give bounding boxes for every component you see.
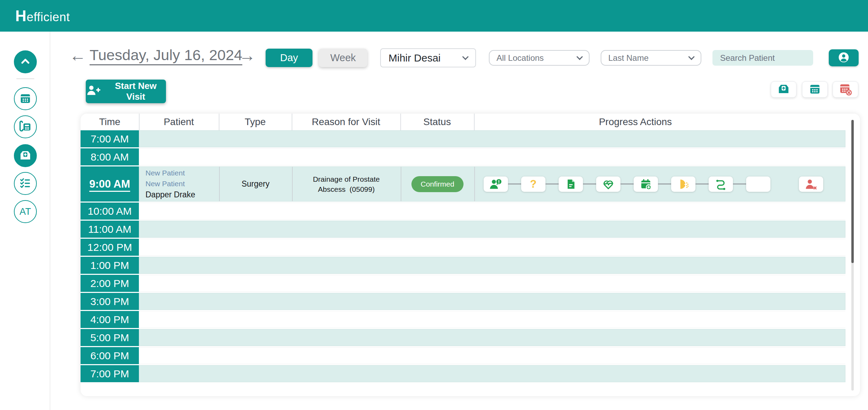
schedule-slot[interactable] xyxy=(139,311,845,328)
empty-action-box[interactable] xyxy=(746,177,770,192)
progress-connector xyxy=(620,183,634,184)
progress-connector xyxy=(508,183,521,184)
schedule-row: 6:00 PM xyxy=(81,347,860,365)
chevron-down-icon xyxy=(576,54,583,60)
app-header: H efficient xyxy=(0,0,868,32)
schedule-slot[interactable] xyxy=(139,365,845,382)
schedule-slot[interactable] xyxy=(139,293,845,310)
current-date[interactable]: Tuesday, July 16, 2024 xyxy=(90,47,242,64)
provider-select-value: Mihir Desai xyxy=(389,52,441,64)
question-button[interactable]: ? xyxy=(521,177,545,192)
question-icon: ? xyxy=(530,179,537,189)
logo-h: H xyxy=(15,7,26,25)
location-filter-value: All Locations xyxy=(496,53,544,63)
next-day-button[interactable]: → xyxy=(239,47,256,64)
account-button[interactable] xyxy=(829,49,859,66)
status-badge[interactable]: Confirmed xyxy=(411,176,464,192)
cell-divider xyxy=(292,167,293,201)
schedule-slot[interactable] xyxy=(139,148,845,165)
sort-filter-select[interactable]: Last Name xyxy=(601,50,701,66)
patient-alert-button[interactable] xyxy=(484,177,508,192)
time-label: 12:00 PM xyxy=(81,239,139,256)
time-label: 1:00 PM xyxy=(81,257,139,274)
fax-icon xyxy=(19,120,32,134)
chevron-up-icon xyxy=(19,55,32,69)
sidebar-item-profile[interactable]: AT xyxy=(14,200,37,223)
time-label: 3:00 PM xyxy=(81,293,139,310)
cell-divider xyxy=(219,167,220,201)
avatar-initials: AT xyxy=(19,206,31,217)
user-icon xyxy=(837,50,851,65)
header-divider xyxy=(400,114,401,130)
prev-day-button[interactable]: ← xyxy=(69,47,86,64)
speaking-face-button[interactable] xyxy=(671,177,695,192)
remove-patient-icon xyxy=(804,178,818,190)
schedule-slot[interactable] xyxy=(139,329,845,346)
day-view-tab[interactable]: Day xyxy=(266,49,312,67)
envelope-up-icon xyxy=(777,83,790,96)
location-filter-select[interactable]: All Locations xyxy=(489,50,590,66)
cell-divider xyxy=(474,167,475,201)
calendar-icon xyxy=(19,92,32,106)
calendar-x-icon xyxy=(838,82,852,97)
column-header-progress: Progress Actions xyxy=(474,114,797,130)
route-button[interactable] xyxy=(709,177,733,192)
sidebar-collapse-button[interactable] xyxy=(14,50,37,73)
remove-patient-button[interactable] xyxy=(799,177,823,192)
calendar-add-icon xyxy=(639,178,652,190)
time-label: 4:00 PM xyxy=(81,311,139,328)
time-label: 2:00 PM xyxy=(81,275,139,292)
schedule-slot[interactable] xyxy=(139,203,845,220)
schedule-row: 7:00 AM xyxy=(81,130,860,148)
header-divider xyxy=(474,114,475,130)
schedule-row: 1:00 PM xyxy=(81,257,860,275)
schedule-row: 4:00 PM xyxy=(81,311,860,329)
time-label: 8:00 AM xyxy=(81,148,139,165)
reason-cell: Drainage of ProstateAbscess (05099) xyxy=(292,167,401,201)
patient-cell[interactable]: New Patient New Patient Dapper Drake xyxy=(139,167,219,201)
visit-type-cell: Surgery xyxy=(219,167,292,201)
schedule-row: 12:00 PM xyxy=(81,239,860,257)
schedule-row: 2:00 PM xyxy=(81,275,860,293)
cell-divider xyxy=(401,167,401,201)
view-appointments-button[interactable] xyxy=(802,81,828,98)
time-label: 9:00 AM xyxy=(81,166,139,202)
export-schedule-button[interactable] xyxy=(771,81,796,98)
calendar-add-button[interactable] xyxy=(634,177,658,192)
schedule-slot[interactable] xyxy=(139,130,845,147)
schedule-slot[interactable] xyxy=(139,347,845,364)
schedule-slot[interactable] xyxy=(139,257,845,274)
scrollbar-thumb[interactable] xyxy=(851,120,854,263)
header-divider xyxy=(139,114,140,130)
progress-connector xyxy=(733,183,746,184)
column-header-time: Time xyxy=(81,114,139,130)
schedule-header: Time Patient Type Reason for Visit Statu… xyxy=(81,114,860,130)
heart-pulse-icon xyxy=(602,178,615,190)
time-label: 10:00 AM xyxy=(81,203,139,220)
provider-select[interactable]: Mihir Desai xyxy=(380,48,476,67)
sidebar-item-tasks[interactable] xyxy=(14,172,37,195)
progress-actions-cell: ? xyxy=(474,167,846,201)
chevron-down-icon xyxy=(688,54,694,60)
schedule-row: 10:00 AM xyxy=(81,203,860,221)
sidebar-item-fax[interactable] xyxy=(14,115,37,138)
week-view-tab[interactable]: Week xyxy=(319,49,367,67)
schedule-row: 5:00 PM xyxy=(81,329,860,347)
schedule-slot[interactable] xyxy=(139,275,845,292)
sidebar-item-calendar[interactable] xyxy=(14,87,37,110)
cancelled-appointments-button[interactable] xyxy=(833,81,858,98)
envelope-up-icon xyxy=(19,149,32,163)
progress-connector xyxy=(658,183,671,184)
search-patient-input[interactable] xyxy=(712,50,813,66)
schedule-row: 3:00 PM xyxy=(81,293,860,311)
time-label: 7:00 PM xyxy=(81,365,139,382)
appointment-row[interactable]: New Patient New Patient Dapper Drake Sur… xyxy=(139,166,845,202)
document-button[interactable] xyxy=(559,177,583,192)
schedule-slot[interactable] xyxy=(139,239,845,256)
start-new-visit-button[interactable]: Start New Visit xyxy=(86,80,166,103)
schedule-slot[interactable] xyxy=(139,221,845,238)
calendar-icon xyxy=(808,83,821,96)
heart-pulse-button[interactable] xyxy=(596,177,620,192)
patient-alert-icon xyxy=(489,178,503,190)
sidebar-item-inbox[interactable] xyxy=(14,144,37,167)
